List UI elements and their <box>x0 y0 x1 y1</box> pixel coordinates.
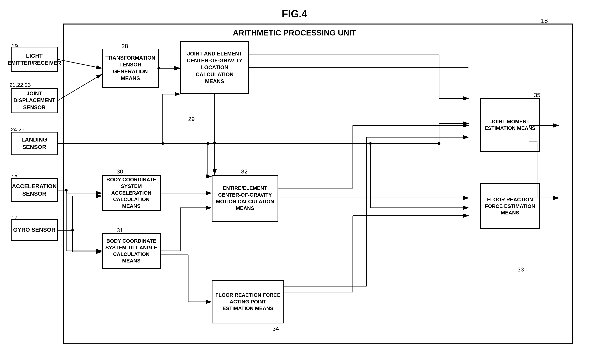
joint-element-label: JOINT AND ELEMENTCENTER-OF-GRAVITYLOCATI… <box>183 50 246 85</box>
light-emitter-box: LIGHTEMITTER/RECEIVER <box>11 47 58 72</box>
landing-sensor-label: LANDINGSENSOR <box>21 136 47 151</box>
ref-33: 33 <box>518 266 524 273</box>
joint-moment-label: JOINT MOMENTESTIMATION MEANS <box>485 118 536 132</box>
body-coord-accel-box: BODY COORDINATESYSTEM ACCELERATIONCALCUL… <box>102 175 161 211</box>
floor-reaction-force-label: FLOOR REACTIONFORCE ESTIMATIONMEANS <box>485 196 535 216</box>
floor-reaction-acting-label: FLOOR REACTION FORCEACTING POINTESTIMATI… <box>215 292 280 312</box>
ref-21: 21,22,23 <box>9 82 31 88</box>
joint-displacement-label: JOINT DISPLACEMENTSENSOR <box>13 90 55 111</box>
transformation-label: TRANSFORMATIONTENSOR GENERATIONMEANS <box>104 54 156 82</box>
ref-31: 31 <box>117 227 123 234</box>
floor-reaction-force-box: FLOOR REACTIONFORCE ESTIMATIONMEANS <box>480 183 540 229</box>
apu-label: ARITHMETIC PROCESSING UNIT <box>233 28 356 37</box>
entire-element-box: ENTIRE/ELEMENTCENTER-OF-GRAVITYMOTION CA… <box>212 175 278 222</box>
joint-displacement-box: JOINT DISPLACEMENTSENSOR <box>11 88 58 113</box>
ref-35: 35 <box>534 92 540 98</box>
body-coord-accel-label: BODY COORDINATESYSTEM ACCELERATIONCALCUL… <box>104 176 158 209</box>
ref-29: 29 <box>188 116 195 122</box>
joint-moment-box: JOINT MOMENTESTIMATION MEANS <box>480 98 540 152</box>
page: FIG.4 18 ARITHMETIC PROCESSING UNIT 19 L… <box>0 0 589 364</box>
ref-34: 34 <box>272 325 279 332</box>
joint-element-box: JOINT AND ELEMENTCENTER-OF-GRAVITYLOCATI… <box>180 41 249 94</box>
gyro-sensor-label: GYRO SENSOR <box>13 226 55 234</box>
floor-reaction-acting-box: FLOOR REACTION FORCEACTING POINTESTIMATI… <box>212 280 284 323</box>
body-coord-tilt-box: BODY COORDINATESYSTEM TILT ANGLECALCULAT… <box>102 233 161 269</box>
acceleration-sensor-box: ACCELERATIONSENSOR <box>11 178 58 202</box>
figure-title: FIG.4 <box>282 8 307 20</box>
ref-32: 32 <box>241 168 247 175</box>
transformation-box: TRANSFORMATIONTENSOR GENERATIONMEANS <box>102 49 159 88</box>
landing-sensor-box: LANDINGSENSOR <box>11 132 58 155</box>
light-emitter-label: LIGHTEMITTER/RECEIVER <box>7 52 61 67</box>
body-coord-tilt-label: BODY COORDINATESYSTEM TILT ANGLECALCULAT… <box>104 238 158 264</box>
ref-28: 28 <box>122 43 128 49</box>
entire-element-label: ENTIRE/ELEMENTCENTER-OF-GRAVITYMOTION CA… <box>216 185 274 212</box>
gyro-sensor-box: GYRO SENSOR <box>11 219 58 241</box>
ref-30: 30 <box>117 168 123 175</box>
acceleration-sensor-label: ACCELERATIONSENSOR <box>12 183 57 197</box>
